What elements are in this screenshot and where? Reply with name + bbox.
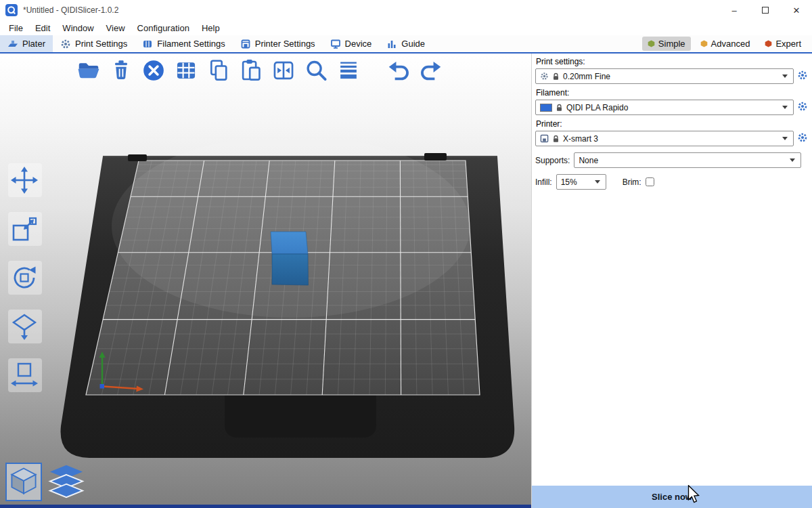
undo-button[interactable] xyxy=(386,58,411,83)
split-objects-icon xyxy=(271,58,296,83)
3d-viewport[interactable] xyxy=(0,54,531,508)
tab-device[interactable]: Device xyxy=(323,35,380,52)
printer-handle-notch xyxy=(225,395,376,438)
split-objects-button[interactable] xyxy=(271,58,296,83)
delete-button[interactable] xyxy=(108,58,134,83)
move-tool-button[interactable] xyxy=(8,163,42,197)
filament-combo[interactable]: QIDI PLA Rapido xyxy=(535,100,794,115)
filament-icon xyxy=(142,39,153,49)
chevron-down-icon xyxy=(595,180,600,184)
printer-icon xyxy=(240,39,251,49)
window-controls: – ✕ xyxy=(719,0,812,20)
printer-row: X-smart 3 xyxy=(535,131,809,146)
redo-button[interactable] xyxy=(418,58,444,83)
delete-all-button[interactable] xyxy=(141,58,166,83)
slice-now-button[interactable]: Slice now xyxy=(532,486,812,508)
menu-window[interactable]: Window xyxy=(56,23,99,33)
menu-help[interactable]: Help xyxy=(196,23,226,33)
open-button[interactable] xyxy=(76,58,102,83)
printer-label: Printer: xyxy=(536,119,809,129)
menu-configuration[interactable]: Configuration xyxy=(131,23,196,33)
move-icon xyxy=(9,165,39,195)
supports-label: Supports: xyxy=(535,156,570,165)
layer-height-icon xyxy=(336,58,361,83)
model-cube[interactable] xyxy=(271,232,309,285)
filament-gear-button[interactable] xyxy=(796,101,809,114)
device-icon xyxy=(330,39,341,49)
brim-label: Brim: xyxy=(623,177,641,187)
print-settings-label: Print settings: xyxy=(536,57,809,66)
measure-tool-button[interactable] xyxy=(8,358,42,392)
mode-label: Advanced xyxy=(711,39,750,49)
filament-color-swatch xyxy=(540,104,552,112)
tab-guide[interactable]: Guide xyxy=(379,35,432,52)
mode-expert[interactable]: Expert xyxy=(759,37,807,51)
print-settings-value: 0.20mm Fine xyxy=(563,72,610,81)
paste-icon xyxy=(238,58,264,83)
filament-label: Filament: xyxy=(536,88,809,98)
menu-file[interactable]: File xyxy=(3,23,29,33)
place-on-face-icon xyxy=(9,312,39,341)
mode-advanced[interactable]: Advanced xyxy=(695,37,756,51)
scale-tool-button[interactable] xyxy=(8,212,42,246)
simple-mode-dot-icon xyxy=(648,40,655,47)
3d-editor-view-button[interactable] xyxy=(5,463,42,501)
menu-edit[interactable]: Edit xyxy=(29,23,56,33)
tab-printer-settings[interactable]: Printer Settings xyxy=(233,35,323,52)
infill-value: 15% xyxy=(561,177,577,187)
filament-row: QIDI PLA Rapido xyxy=(535,100,809,115)
search-button[interactable] xyxy=(303,58,329,83)
variable-layer-height-button[interactable] xyxy=(336,58,361,83)
supports-value: None xyxy=(579,156,598,165)
infill-row: Infill: 15% Brim: xyxy=(535,174,809,190)
layers-preview-button[interactable] xyxy=(47,464,85,501)
mode-label: Simple xyxy=(658,39,685,49)
mode-simple[interactable]: Simple xyxy=(642,37,691,51)
tab-filament-settings[interactable]: Filament Settings xyxy=(135,35,232,52)
undo-icon xyxy=(386,58,411,83)
menu-view[interactable]: View xyxy=(100,23,131,33)
title-bar: *Untitled - QIDISlicer-1.0.2 – ✕ xyxy=(0,0,812,20)
brim-checkbox[interactable] xyxy=(646,177,654,186)
open-folder-icon xyxy=(76,58,102,83)
maximize-icon xyxy=(762,7,769,14)
printer-icon xyxy=(540,134,549,143)
minimize-button[interactable]: – xyxy=(719,0,750,20)
tab-print-settings[interactable]: Print Settings xyxy=(53,35,135,52)
mode-selector: Simple Advanced Expert xyxy=(642,35,812,52)
main-area: Print settings: 0.20mm Fine xyxy=(0,54,812,508)
printer-combo[interactable]: X-smart 3 xyxy=(535,131,794,146)
viewport-bottom-bar xyxy=(0,505,531,508)
copy-button[interactable] xyxy=(206,58,231,83)
tab-label: Guide xyxy=(401,39,425,49)
chevron-down-icon xyxy=(782,137,788,140)
gear-icon xyxy=(540,72,549,81)
view-toggles xyxy=(5,463,85,501)
gizmo-toolbar xyxy=(8,163,42,392)
gear-icon xyxy=(60,39,71,49)
rotate-tool-button[interactable] xyxy=(8,261,42,295)
tab-plater[interactable]: Plater xyxy=(0,35,53,52)
print-settings-combo[interactable]: 0.20mm Fine xyxy=(535,68,794,84)
place-on-face-tool-button[interactable] xyxy=(8,310,42,343)
infill-combo[interactable]: 15% xyxy=(556,174,606,190)
supports-combo[interactable]: None xyxy=(574,152,801,168)
bed-clip xyxy=(128,154,147,161)
mode-label: Expert xyxy=(775,39,801,49)
measure-icon xyxy=(9,360,39,390)
tab-bar: Plater Print Settings Filament Settings … xyxy=(0,35,812,54)
maximize-button[interactable] xyxy=(750,0,781,20)
lock-icon xyxy=(556,104,563,112)
lock-icon xyxy=(552,72,560,81)
tab-label: Filament Settings xyxy=(157,39,225,49)
arrange-button[interactable] xyxy=(173,58,199,83)
lock-icon xyxy=(552,135,560,143)
print-settings-gear-button[interactable] xyxy=(796,70,809,83)
menu-bar: File Edit Window View Configuration Help xyxy=(0,20,812,35)
tab-label: Print Settings xyxy=(75,39,127,49)
paste-button[interactable] xyxy=(238,58,264,83)
printer-gear-button[interactable] xyxy=(796,132,809,146)
close-button[interactable]: ✕ xyxy=(781,0,812,20)
chevron-down-icon xyxy=(790,158,795,162)
3d-scene[interactable] xyxy=(0,54,531,508)
